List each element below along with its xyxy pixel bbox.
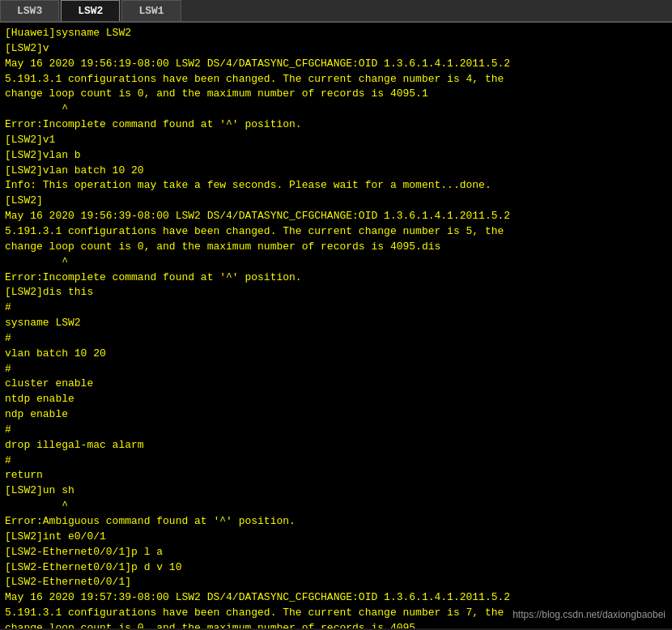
terminal-line: [LSW2-Ethernet0/0/1]p d v 10 [5, 560, 667, 576]
terminal-line: vlan batch 10 20 [5, 347, 667, 362]
tab-lsw2[interactable]: LSW2 [61, 0, 120, 21]
terminal-line: # [5, 300, 667, 316]
terminal-line: [LSW2]dis this [5, 285, 667, 300]
terminal-line: [LSW2]v1 [5, 133, 667, 148]
terminal-line: Info: This operation may take a few seco… [5, 178, 667, 194]
terminal-line: ^ [5, 102, 667, 117]
terminal-line: # [5, 423, 667, 438]
terminal-line: [LSW2-Ethernet0/0/1] [5, 575, 667, 590]
terminal-line: ndp enable [5, 407, 667, 423]
terminal-line: [LSW2]int e0/0/1 [5, 530, 667, 545]
watermark: https://blog.csdn.net/daxiongbaobei [513, 608, 666, 622]
terminal-line: [LSW2]vlan b [5, 148, 667, 164]
terminal-line: Error:Ambiguous command found at '^' pos… [5, 514, 667, 530]
terminal-line: May 16 2020 19:57:39-08:00 LSW2 DS/4/DAT… [5, 590, 667, 606]
terminal-line: [Huawei]sysname LSW2 [5, 26, 667, 41]
terminal-line: Error:Incomplete command found at '^' po… [5, 270, 667, 286]
terminal-line: # [5, 331, 667, 347]
terminal-line: change loop count is 0, and the maximum … [5, 240, 667, 255]
tab-lsw3[interactable]: LSW3 [0, 0, 59, 21]
terminal-line: return [5, 468, 667, 483]
terminal-line: ^ [5, 255, 667, 270]
terminal-line: sysname LSW2 [5, 316, 667, 331]
terminal-line: change loop count is 0, and the maximum … [5, 621, 667, 628]
terminal-line: change loop count is 0, and the maximum … [5, 87, 667, 102]
terminal-line: Error:Incomplete command found at '^' po… [5, 117, 667, 133]
terminal-line: [LSW2]v [5, 41, 667, 57]
terminal-line: May 16 2020 19:56:19-08:00 LSW2 DS/4/DAT… [5, 57, 667, 72]
terminal-line: 5.191.3.1 configurations have been chang… [5, 224, 667, 240]
terminal-line: [LSW2]un sh [5, 483, 667, 499]
terminal-line: ntdp enable [5, 392, 667, 407]
terminal-line: # [5, 362, 667, 377]
terminal-line: cluster enable [5, 377, 667, 392]
terminal-line: # [5, 453, 667, 469]
terminal-line: drop illegal-mac alarm [5, 438, 667, 453]
terminal-line: 5.191.3.1 configurations have been chang… [5, 72, 667, 87]
terminal-line: ^ [5, 499, 667, 514]
terminal-line: May 16 2020 19:56:39-08:00 LSW2 DS/4/DAT… [5, 209, 667, 224]
terminal: [Huawei]sysname LSW2[LSW2]vMay 16 2020 1… [0, 23, 672, 628]
terminal-line: [LSW2-Ethernet0/0/1]p l a [5, 545, 667, 560]
tab-bar: LSW3LSW2LSW1 [0, 0, 672, 23]
terminal-line: [LSW2]vlan batch 10 20 [5, 164, 667, 179]
tab-lsw1[interactable]: LSW1 [121, 0, 181, 21]
terminal-line: [LSW2] [5, 194, 667, 209]
